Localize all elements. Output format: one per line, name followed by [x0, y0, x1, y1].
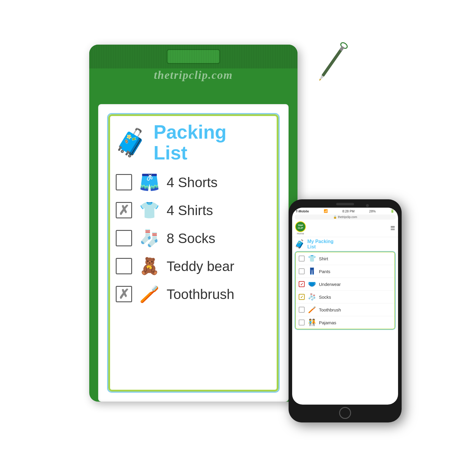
phone-camera — [366, 204, 369, 207]
item-label-toothbrush: Toothbrush — [167, 286, 234, 302]
phone-item-pants: Pants — [319, 269, 330, 274]
socks-icon: 🧦 — [137, 228, 161, 249]
shirt-icon: 👕 — [137, 200, 161, 221]
phone-item-underwear: Underwear — [319, 282, 341, 287]
phone-item-toothbrush: Toothbrush — [319, 307, 341, 312]
item-label-shorts: 4 Shorts — [167, 174, 217, 190]
phone-item-shirt: Shirt — [319, 256, 328, 261]
phone-logo: TRIPCLIP — [295, 221, 306, 232]
phone-home-label: Home — [297, 232, 304, 235]
phone-item-socks: Socks — [319, 295, 331, 300]
phone-list-item: 👖 Pants — [296, 265, 394, 278]
checklist: 🩳 4 Shorts ✗ 👕 4 Shirts 🧦 8 Socks — [108, 167, 278, 310]
item-label-bear: Teddy bear — [167, 258, 234, 274]
phone-pajamas-icon: 🧑‍🤝‍🧑 — [307, 319, 317, 326]
list-item: ✗ 👕 4 Shirts — [116, 198, 271, 223]
phone-checkbox-pants[interactable] — [299, 268, 305, 274]
lock-icon: 🔒 — [333, 215, 337, 219]
url-text: thetripclip.com — [338, 215, 357, 219]
scene: thetripclip.com 🧳 Packing List — [74, 30, 402, 446]
phone-underwear-icon: 🩲 — [307, 280, 317, 288]
phone-shirt-icon: 👕 — [307, 255, 317, 262]
checkbox-toothbrush[interactable]: ✗ — [116, 286, 132, 302]
checkbox-shorts[interactable] — [116, 174, 132, 190]
phone-item-pajamas: Pajamas — [319, 320, 336, 325]
phone-checkbox-shirt[interactable] — [299, 256, 305, 262]
phone-list-item: 👕 Shirt — [296, 252, 394, 265]
phone-nav-bar: TRIPCLIP Home ☰ — [292, 220, 398, 237]
shorts-icon: 🩳 — [137, 172, 161, 193]
phone-url-bar[interactable]: 🔒 thetripclip.com — [295, 214, 396, 220]
bear-icon: 🧸 — [137, 256, 161, 277]
packing-title: Packing List — [154, 122, 226, 164]
phone-list-item: 🧑‍🤝‍🧑 Pajamas — [296, 316, 394, 329]
checkbox-shirts[interactable]: ✗ — [116, 202, 132, 218]
phone-pants-icon: 👖 — [307, 267, 317, 275]
phone-list-container: 👕 Shirt 👖 Pants ✓ 🩲 — [295, 251, 396, 330]
phone-speaker — [336, 203, 354, 205]
clipboard: thetripclip.com 🧳 Packing List — [89, 45, 298, 402]
phone-packing-title: My Packing List — [307, 239, 333, 249]
brand-text: thetripclip.com — [89, 68, 298, 82]
phone-checkbox-socks[interactable]: ✓ — [299, 294, 305, 300]
battery-icon: 🔋 — [390, 209, 394, 213]
checkbox-socks[interactable] — [116, 230, 132, 246]
checkbox-bear[interactable] — [116, 258, 132, 274]
phone-screen: T-Mobile 📶 8:28 PM 28% 🔋 🔒 thetripclip.c… — [292, 208, 398, 405]
phone-checkbox-toothbrush[interactable] — [299, 307, 305, 313]
suitcase-icon: 🧳 — [114, 127, 148, 158]
time-text: 8:28 PM — [342, 209, 355, 213]
phone-list-inner: 👕 Shirt 👖 Pants ✓ 🩲 — [295, 252, 395, 329]
carrier-text: T-Mobile — [296, 209, 309, 213]
paper: 🧳 Packing List 🩳 4 Shorts — [98, 104, 289, 402]
item-label-socks: 8 Socks — [167, 230, 215, 246]
phone-logo-area: TRIPCLIP Home — [295, 221, 306, 235]
phone-home-button[interactable] — [339, 407, 351, 419]
toothbrush-icon: 🪥 — [137, 284, 161, 305]
phone-list-item: 🪥 Toothbrush — [296, 303, 394, 316]
phone-suitcase-icon: 🧳 — [295, 239, 305, 249]
phone-list-item: ✓ 🩲 Underwear — [296, 278, 394, 291]
list-item: 🩳 4 Shorts — [116, 170, 271, 195]
phone-status-bar: T-Mobile 📶 8:28 PM 28% 🔋 — [292, 208, 398, 214]
pen — [314, 40, 350, 86]
phone-checkbox-underwear[interactable]: ✓ — [299, 281, 305, 287]
list-item: 🧸 Teddy bear — [116, 253, 271, 279]
phone-list-item: ✓ 🧦 Socks — [296, 291, 394, 303]
packing-header: 🧳 Packing List — [108, 114, 278, 167]
phone: T-Mobile 📶 8:28 PM 28% 🔋 🔒 thetripclip.c… — [289, 199, 402, 422]
phone-toothbrush-icon: 🪥 — [307, 306, 317, 314]
item-label-shirts: 4 Shirts — [167, 202, 213, 218]
phone-content: 🧳 My Packing List 👕 Shirt — [292, 237, 398, 405]
phone-packing-header: 🧳 My Packing List — [295, 237, 396, 251]
battery-text: 28% — [369, 209, 376, 213]
list-item: ✗ 🪥 Toothbrush — [116, 281, 271, 307]
wifi-icon: 📶 — [324, 209, 328, 213]
phone-checkbox-pajamas[interactable] — [299, 320, 305, 325]
phone-socks-icon: 🧦 — [307, 293, 317, 301]
list-item: 🧦 8 Socks — [116, 226, 271, 251]
paper-inner: 🧳 Packing List 🩳 4 Shorts — [107, 113, 280, 393]
hamburger-menu-icon[interactable]: ☰ — [390, 225, 395, 231]
